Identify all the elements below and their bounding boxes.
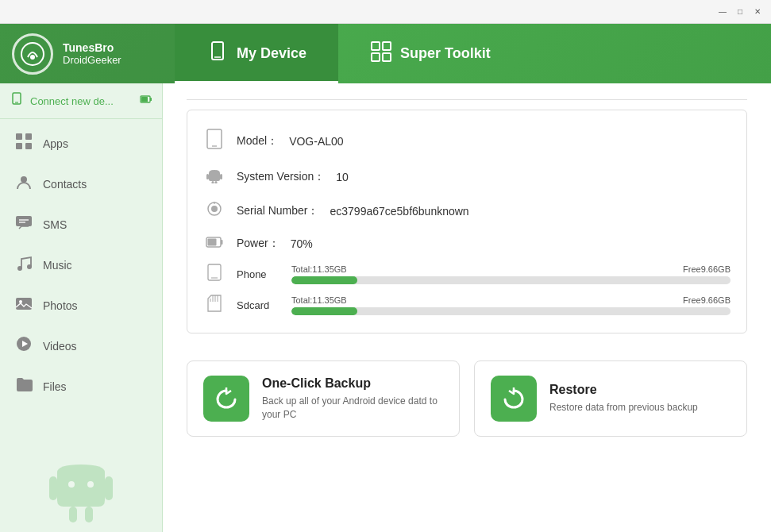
- svg-point-21: [17, 266, 22, 271]
- videos-label: Videos: [43, 340, 77, 353]
- backup-icon: [203, 376, 249, 422]
- storage-phone-row: Phone Total:11.35GB Free9.66GB: [203, 259, 731, 290]
- sdcard-icon: [203, 295, 226, 316]
- svg-point-1: [30, 55, 35, 60]
- sdcard-free: Free9.66GB: [683, 295, 731, 305]
- sdcard-bar-wrap: Total:11.35GB Free9.66GB: [291, 295, 731, 315]
- phone-storage-bar-wrap: Total:11.35GB Free9.66GB: [291, 264, 731, 284]
- sidebar-item-photos[interactable]: Photos: [0, 285, 162, 326]
- svg-point-34: [87, 481, 94, 488]
- logo-icon: [12, 33, 53, 75]
- sidebar-item-files[interactable]: Files: [0, 366, 162, 407]
- phone-storage-label: Phone: [237, 268, 280, 280]
- tab-super-toolkit[interactable]: Super Toolkit: [338, 24, 522, 83]
- phone-icon: [203, 129, 226, 153]
- svg-rect-48: [208, 239, 217, 246]
- svg-rect-47: [221, 240, 223, 245]
- sms-label: SMS: [43, 218, 67, 231]
- phone-total: Total:11.35GB: [291, 264, 347, 274]
- svg-rect-42: [215, 181, 218, 183]
- model-row: Model： VOG-AL00: [203, 122, 731, 160]
- files-label: Files: [43, 380, 67, 393]
- battery-power-icon: [203, 234, 226, 253]
- sdcard-meta: Total:11.35GB Free9.66GB: [291, 295, 731, 305]
- files-icon: [14, 376, 33, 397]
- tab-my-device[interactable]: My Device: [175, 24, 338, 83]
- svg-point-0: [21, 43, 44, 65]
- sdcard-bar-fill: [291, 307, 357, 315]
- sidebar-item-apps[interactable]: Apps: [0, 123, 162, 164]
- photos-icon: [14, 295, 33, 316]
- connect-device-icon: [10, 92, 24, 110]
- model-value: VOG-AL00: [289, 135, 343, 148]
- sms-icon: [14, 214, 33, 235]
- svg-rect-18: [16, 216, 32, 226]
- svg-rect-14: [25, 133, 32, 140]
- backup-desc: Back up all of your Android device datd …: [262, 395, 443, 422]
- android-logo-area: [0, 437, 162, 532]
- title-bar: — □ ✕: [0, 0, 771, 24]
- super-toolkit-label: Super Toolkit: [400, 45, 491, 62]
- apps-icon: [14, 133, 33, 154]
- sidebar-item-contacts[interactable]: Contacts: [0, 164, 162, 204]
- backup-title: One-Click Backup: [262, 376, 443, 391]
- model-label: Model：: [237, 134, 278, 148]
- svg-rect-29: [49, 476, 57, 500]
- sdcard-total: Total:11.35GB: [291, 295, 347, 305]
- sdcard-label: Sdcard: [237, 299, 280, 311]
- close-button[interactable]: ✕: [752, 6, 763, 17]
- sidebar-item-music[interactable]: Music: [0, 245, 162, 285]
- svg-rect-16: [25, 143, 32, 149]
- phone-bar-fill: [291, 276, 357, 284]
- svg-rect-12: [141, 97, 148, 102]
- svg-rect-32: [85, 507, 93, 522]
- super-toolkit-icon: [370, 40, 392, 67]
- power-label: Power：: [237, 237, 279, 251]
- music-label: Music: [43, 259, 72, 272]
- svg-rect-23: [16, 298, 32, 310]
- svg-point-44: [211, 206, 218, 212]
- restore-desc: Restore data from previous backup: [549, 401, 698, 414]
- connect-label: Connect new de...: [30, 95, 133, 107]
- sdcard-storage-bar: [291, 307, 731, 315]
- my-device-icon: [206, 40, 229, 67]
- photos-label: Photos: [43, 299, 78, 312]
- svg-rect-6: [372, 53, 380, 61]
- power-value: 70%: [291, 237, 313, 250]
- serial-icon: [203, 200, 226, 222]
- svg-point-22: [27, 264, 32, 269]
- svg-rect-13: [16, 133, 22, 140]
- system-row: System Version： 10: [203, 160, 731, 194]
- backup-card[interactable]: One-Click Backup Back up all of your And…: [187, 360, 460, 437]
- main-layout: Connect new de...: [0, 83, 771, 532]
- svg-rect-30: [105, 476, 113, 500]
- connect-bar[interactable]: Connect new de...: [0, 83, 162, 119]
- sidebar-item-videos[interactable]: Videos: [0, 326, 162, 366]
- restore-text: Restore Restore data from previous backu…: [549, 383, 698, 414]
- svg-rect-4: [372, 42, 380, 50]
- apps-label: Apps: [43, 137, 68, 150]
- svg-point-17: [21, 176, 27, 183]
- serial-value: ec3799a67ce5bf6bunknown: [330, 205, 468, 218]
- storage-sdcard-row: Sdcard Total:11.35GB Free9.66GB: [203, 290, 731, 321]
- restore-card[interactable]: Restore Restore data from previous backu…: [474, 360, 747, 437]
- header: TunesBro DroidGeeker My Device: [0, 24, 771, 83]
- backup-text: One-Click Backup Back up all of your And…: [262, 376, 443, 422]
- content-area: Model： VOG-AL00 System Version：: [163, 83, 771, 532]
- minimize-button[interactable]: —: [717, 6, 728, 17]
- battery-icon: [140, 93, 152, 109]
- android-icon: [203, 166, 226, 187]
- svg-rect-15: [16, 143, 22, 149]
- svg-rect-5: [383, 42, 391, 50]
- serial-label: Serial Number：: [237, 204, 318, 218]
- sub-brand: DroidGeeker: [63, 54, 121, 66]
- maximize-button[interactable]: □: [734, 6, 746, 17]
- nav-tabs: My Device Super Toolkit: [175, 24, 771, 83]
- svg-point-33: [68, 481, 75, 488]
- sidebar-item-sms[interactable]: SMS: [0, 204, 162, 245]
- svg-rect-7: [383, 53, 391, 61]
- restore-icon: [491, 376, 537, 422]
- videos-icon: [14, 335, 33, 357]
- svg-rect-40: [220, 174, 222, 179]
- sidebar-nav: Apps Contacts: [0, 119, 162, 437]
